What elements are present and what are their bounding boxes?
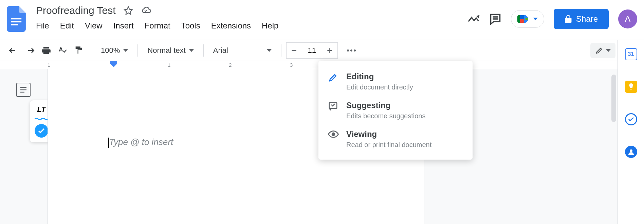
pencil-icon bbox=[328, 73, 339, 83]
ruler-number: 1 bbox=[48, 62, 50, 68]
font-size-decrease[interactable]: − bbox=[287, 43, 302, 58]
style-value: Normal text bbox=[147, 46, 185, 55]
tasks-app-icon[interactable] bbox=[624, 113, 638, 126]
menu-extensions[interactable]: Extensions bbox=[211, 21, 251, 30]
svg-rect-1 bbox=[11, 21, 21, 22]
font-select[interactable]: Arial bbox=[208, 46, 276, 55]
mode-desc: Edit document directly bbox=[346, 83, 413, 91]
mode-desc: Read or print final document bbox=[346, 141, 431, 149]
menu-insert[interactable]: Insert bbox=[113, 21, 134, 30]
activity-icon[interactable] bbox=[467, 13, 480, 25]
caret-down-icon bbox=[123, 49, 128, 52]
account-avatar[interactable]: A bbox=[618, 9, 637, 28]
scrollbar-thumb[interactable] bbox=[611, 75, 616, 122]
menu-file[interactable]: File bbox=[36, 21, 49, 30]
svg-point-12 bbox=[332, 133, 335, 136]
cloud-saved-icon[interactable] bbox=[141, 5, 151, 16]
contacts-app-icon[interactable] bbox=[624, 145, 638, 159]
separator bbox=[203, 44, 204, 57]
calendar-app-icon[interactable]: 31 bbox=[624, 47, 638, 61]
lock-icon bbox=[565, 15, 572, 23]
menu-edit[interactable]: Edit bbox=[60, 21, 74, 30]
meet-caret-icon bbox=[533, 18, 538, 20]
font-size-control: − 11 + bbox=[286, 42, 338, 59]
left-gutter: LT bbox=[0, 69, 48, 224]
font-value: Arial bbox=[213, 46, 228, 55]
mode-title: Suggesting bbox=[346, 101, 425, 110]
side-panel: 31 bbox=[618, 40, 644, 224]
editing-mode-menu: Editing Edit document directly Suggestin… bbox=[318, 61, 473, 160]
mode-option-suggesting[interactable]: Suggesting Edits become suggestions bbox=[318, 96, 473, 125]
share-button[interactable]: Share bbox=[554, 9, 609, 29]
mode-option-viewing[interactable]: Viewing Read or print final document bbox=[318, 125, 473, 154]
menu-format[interactable]: Format bbox=[145, 21, 170, 30]
svg-point-6 bbox=[350, 49, 352, 52]
undo-button[interactable] bbox=[6, 43, 21, 58]
share-label: Share bbox=[576, 14, 598, 24]
title-area: Proofreading Test File Edit View Insert … bbox=[36, 3, 467, 30]
separator bbox=[137, 44, 138, 57]
meet-button[interactable] bbox=[511, 10, 544, 28]
mode-option-editing[interactable]: Editing Edit document directly bbox=[318, 67, 473, 96]
font-size-increase[interactable]: + bbox=[322, 43, 337, 58]
mode-desc: Edits become suggestions bbox=[346, 112, 425, 120]
suggest-icon bbox=[328, 101, 339, 112]
font-size-value[interactable]: 11 bbox=[302, 43, 322, 58]
ruler-number: 1 bbox=[168, 62, 170, 68]
meet-icon bbox=[517, 14, 530, 24]
caret-down-icon bbox=[189, 49, 194, 52]
paint-format-button[interactable] bbox=[71, 43, 86, 58]
docs-logo-icon[interactable] bbox=[7, 6, 26, 32]
outline-toggle-button[interactable] bbox=[16, 83, 31, 97]
svg-point-7 bbox=[354, 49, 356, 52]
star-icon[interactable] bbox=[123, 5, 133, 16]
zoom-select[interactable]: 100% bbox=[96, 46, 133, 55]
menu-tools[interactable]: Tools bbox=[181, 21, 200, 30]
ruler-number: 3 bbox=[290, 62, 293, 68]
svg-rect-0 bbox=[11, 18, 21, 19]
paragraph-style-select[interactable]: Normal text bbox=[143, 46, 198, 55]
text-cursor bbox=[108, 138, 109, 148]
toolbar: 100% Normal text Arial − 11 + bbox=[0, 40, 644, 61]
editing-mode-button[interactable] bbox=[590, 43, 615, 58]
pencil-icon bbox=[595, 46, 603, 55]
avatar-letter: A bbox=[625, 14, 630, 24]
mode-title: Editing bbox=[346, 72, 413, 81]
indent-marker-icon[interactable] bbox=[110, 60, 118, 69]
comments-icon[interactable] bbox=[489, 13, 501, 25]
svg-point-13 bbox=[630, 149, 632, 152]
redo-button[interactable] bbox=[22, 43, 37, 58]
separator bbox=[91, 44, 91, 57]
spellcheck-button[interactable] bbox=[55, 43, 70, 58]
menu-view[interactable]: View bbox=[85, 21, 103, 30]
caret-down-icon bbox=[606, 49, 611, 52]
keep-app-icon[interactable] bbox=[624, 80, 638, 94]
separator bbox=[281, 44, 281, 57]
ruler-number: 2 bbox=[229, 62, 232, 68]
header-actions: Share A bbox=[467, 9, 637, 29]
print-button[interactable] bbox=[39, 43, 54, 58]
languagetool-logo-icon: LT bbox=[37, 105, 45, 114]
app-header: Proofreading Test File Edit View Insert … bbox=[0, 0, 644, 40]
menu-help[interactable]: Help bbox=[262, 21, 278, 30]
mode-title: Viewing bbox=[346, 129, 431, 139]
menu-bar: File Edit View Insert Format Tools Exten… bbox=[36, 21, 467, 30]
eye-icon bbox=[328, 130, 339, 141]
svg-rect-2 bbox=[11, 24, 18, 25]
document-title[interactable]: Proofreading Test bbox=[36, 5, 116, 16]
zoom-value: 100% bbox=[101, 46, 120, 55]
caret-down-icon bbox=[267, 49, 272, 52]
wave-underline-icon bbox=[35, 118, 48, 120]
svg-point-5 bbox=[347, 49, 349, 52]
check-circle-icon bbox=[35, 124, 48, 138]
more-tools-button[interactable] bbox=[344, 43, 359, 58]
